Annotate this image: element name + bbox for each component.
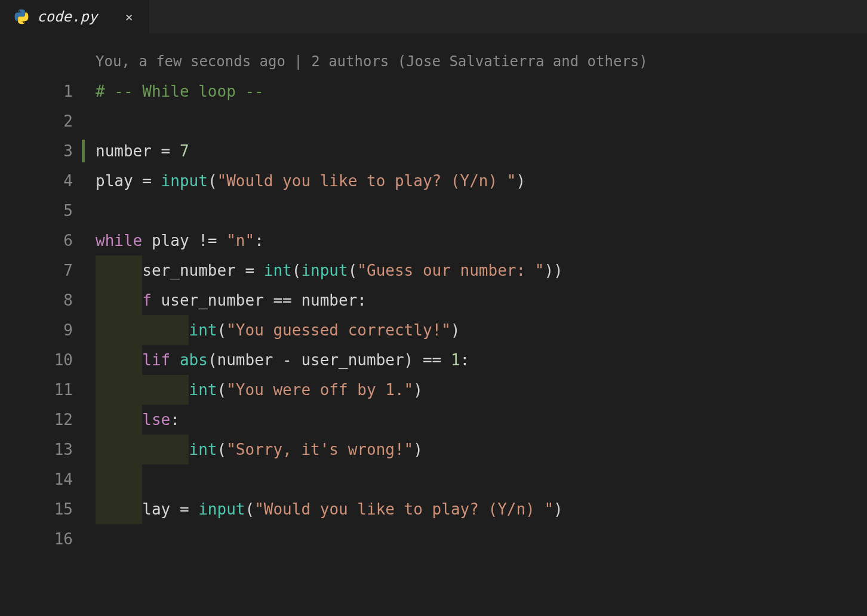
line-number: 4 [0,166,96,196]
close-icon[interactable]: × [122,10,136,24]
code-token: play [96,172,133,190]
code-token: ) [413,381,423,399]
code-area[interactable]: You, a few seconds ago | 2 authors (Jose… [96,33,867,616]
code-line[interactable]: print("You guessed correctly!") [96,315,867,345]
code-token: ( [245,500,255,518]
code-line[interactable] [96,196,867,226]
code-token: user_number [301,351,404,369]
diff-marker [96,255,142,285]
code-token: number [301,291,357,309]
line-number: 13 [0,435,96,464]
code-token: : [357,291,367,309]
line-number: 14 [0,464,96,494]
code-token: ) [516,172,525,190]
code-token: ) [554,500,563,518]
line-number: 6 [0,226,96,255]
tab-code-py[interactable]: code.py × [0,0,149,33]
code-token: ( [217,441,227,458]
line-number: 16 [0,524,96,554]
editor[interactable]: 1 2 3 4 5 6 7 8 9 10 11 12 13 14 15 16 Y… [0,33,867,616]
code-token: ) [451,321,460,339]
code-token: ( [217,381,227,399]
code-line[interactable]: print("Sorry, it's wrong!") [96,435,867,464]
code-token: != [189,232,227,250]
diff-marker [142,435,189,464]
code-token: = [170,500,198,518]
line-number: 1 [0,76,96,106]
code-token: user_number [133,261,236,279]
diff-marker [96,285,142,315]
code-token: "You guessed correctly!" [226,321,451,339]
code-line[interactable]: play = input("Would you like to play? (Y… [96,166,867,196]
tab-filename: code.py [37,8,115,25]
code-token [170,351,180,369]
code-token: ( [208,351,217,369]
code-token: user_number [161,291,264,309]
code-token: - [273,351,301,369]
code-line[interactable]: elif abs(number - user_number) == 1: [96,345,867,375]
line-number: 8 [0,285,96,315]
diff-marker [142,315,189,345]
code-token: ( [348,261,358,279]
line-number: 2 [0,106,96,136]
code-token: : [170,411,180,429]
code-line[interactable]: print("You were off by 1.") [96,375,867,405]
code-token [152,291,161,309]
code-token: ) [413,441,423,458]
code-token: "Sorry, it's wrong!" [226,441,413,458]
code-line[interactable] [96,524,867,554]
code-line[interactable] [96,106,867,136]
code-token: play [152,232,189,250]
line-number: 7 [0,255,96,285]
code-token: while [96,232,142,250]
line-number: 15 [0,494,96,524]
code-line[interactable]: # -- While loop -- [96,76,867,106]
diff-marker [96,464,142,494]
code-token: "Would you like to play? (Y/n) " [254,500,554,518]
code-token: input [301,261,348,279]
gitlens-annotation[interactable]: You, a few seconds ago | 2 authors (Jose… [96,47,867,76]
code-line[interactable]: user_number = int(input("Guess our numbe… [96,255,867,285]
code-line[interactable]: while play != "n": [96,226,867,255]
line-number: 3 [0,136,96,166]
code-token: input [161,172,208,190]
code-token: = [236,261,264,279]
code-token: number [96,142,152,160]
code-token: 7 [180,142,189,160]
code-token: "Guess our number: " [357,261,544,279]
code-token: input [198,500,245,518]
python-icon [13,8,30,25]
code-token: : [254,232,264,250]
diff-marker [142,375,189,405]
code-token: )) [544,261,562,279]
code-token: ( [208,172,217,190]
line-number: 9 [0,315,96,345]
code-token: number [217,351,273,369]
code-line[interactable]: if user_number == number: [96,285,867,315]
code-token: abs [180,351,208,369]
code-token: == [264,291,302,309]
code-line[interactable]: play = input("Would you like to play? (Y… [96,494,867,524]
code-token: "You were off by 1." [226,381,413,399]
code-token: : [460,351,470,369]
code-token: "Would you like to play? (Y/n) " [217,172,516,190]
line-number: 12 [0,405,96,435]
code-token: 1 [451,351,460,369]
diff-marker [96,405,142,435]
code-token: = [152,142,180,160]
diff-marker [96,375,142,405]
tab-bar: code.py × [0,0,867,33]
code-token: = [133,172,161,190]
code-token: int [264,261,292,279]
code-token: == [413,351,451,369]
code-line[interactable]: else: [96,405,867,435]
line-number: 10 [0,345,96,375]
code-token [142,232,152,250]
diff-marker [96,315,142,345]
code-line[interactable] [96,464,867,494]
code-token: ) [404,351,414,369]
code-line[interactable]: number = 7 [96,136,867,166]
diff-marker [96,345,142,375]
line-number: 11 [0,375,96,405]
code-token: "n" [226,232,254,250]
